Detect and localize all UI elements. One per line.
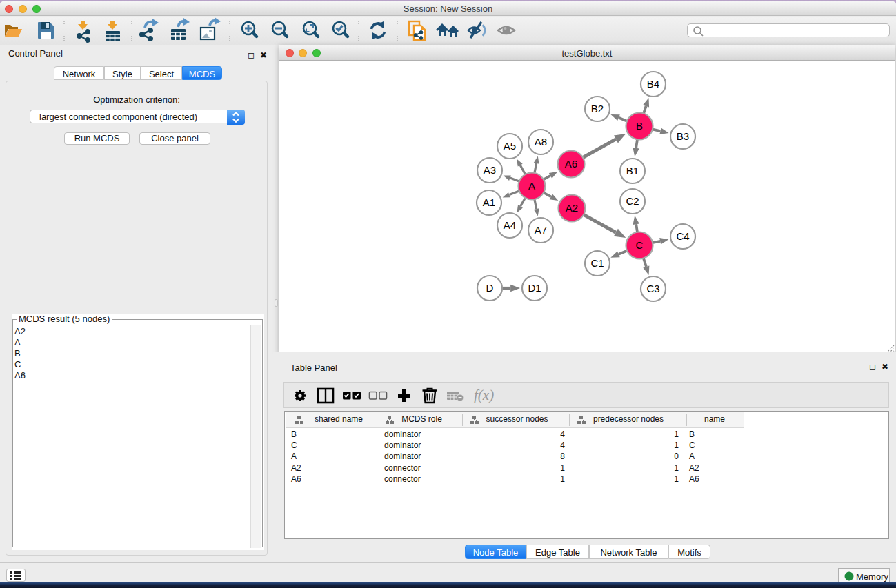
svg-text:A7: A7	[535, 224, 547, 236]
svg-text:C4: C4	[676, 230, 689, 242]
svg-text:A8: A8	[535, 136, 547, 148]
svg-text:B1: B1	[626, 165, 639, 176]
svg-text:B4: B4	[647, 78, 659, 90]
svg-text:A: A	[528, 180, 535, 192]
svg-text:C: C	[636, 239, 644, 251]
svg-text:A6: A6	[565, 158, 577, 170]
svg-text:B2: B2	[591, 103, 604, 114]
svg-text:D1: D1	[528, 282, 541, 294]
svg-text:C2: C2	[626, 195, 639, 207]
svg-text:A2: A2	[566, 202, 578, 214]
svg-text:A1: A1	[483, 196, 495, 208]
svg-text:A3: A3	[484, 164, 496, 176]
svg-text:A5: A5	[504, 140, 516, 152]
svg-text:A4: A4	[504, 219, 516, 231]
svg-text:C3: C3	[646, 283, 659, 294]
svg-text:C1: C1	[590, 257, 604, 269]
svg-text:B: B	[636, 120, 643, 132]
svg-text:D: D	[486, 282, 494, 294]
svg-text:f(x): f(x)	[474, 387, 494, 403]
svg-text:B3: B3	[677, 130, 689, 142]
